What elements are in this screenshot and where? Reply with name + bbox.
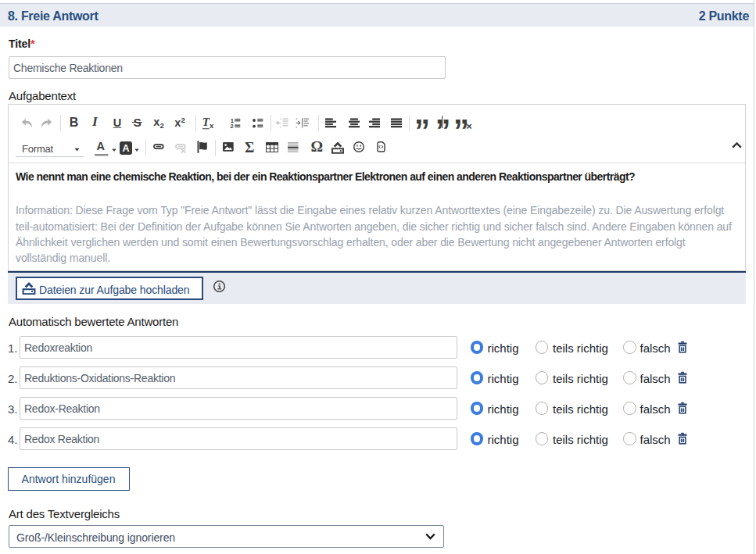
svg-text:2: 2 xyxy=(230,123,233,129)
